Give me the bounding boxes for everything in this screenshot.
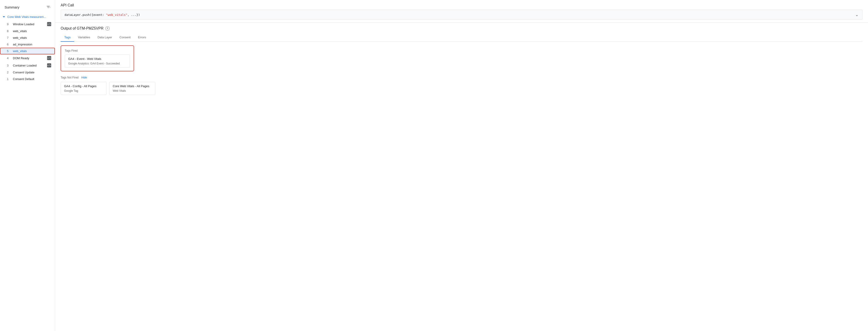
sidebar-header: Summary xyxy=(0,2,55,12)
api-call-header: API Call dataLayer.push({event: "web_vit… xyxy=(55,0,868,23)
tabs-bar: Tags Variables Data Layer Consent Errors xyxy=(61,33,863,42)
item-label-4: DOM Ready xyxy=(13,57,45,60)
output-title-text: Output of GTM-PMZ5VPR xyxy=(61,26,103,31)
tags-not-fired-label: Tags Not Fired xyxy=(61,76,79,79)
item-label-5: web_vitals xyxy=(13,49,51,53)
tag-fired-title-0: GA4 - Event - Web Vitals xyxy=(68,57,126,61)
sidebar: Summary Core Web Vitals measurem... 9 Wi… xyxy=(0,0,55,331)
not-fired-cards: GA4 - Config - All Pages Google Tag Core… xyxy=(61,82,863,95)
filter-icon xyxy=(46,5,50,9)
tag-icon-4: </> xyxy=(47,56,51,60)
output-title: Output of GTM-PMZ5VPR ? xyxy=(61,26,863,31)
item-label-8: web_vitals xyxy=(13,29,51,33)
not-fired-card-subtitle-0: Google Tag xyxy=(64,89,103,93)
item-label-1: Consent Default xyxy=(13,77,51,81)
tab-consent[interactable]: Consent xyxy=(116,33,134,42)
tab-data-layer[interactable]: Data Layer xyxy=(94,33,116,42)
svg-marker-3 xyxy=(50,7,50,8)
svg-rect-0 xyxy=(46,6,50,6)
sidebar-group-toggle[interactable]: Core Web Vitals measurem... xyxy=(0,13,55,21)
code-text: dataLayer.push({event: "web_vitals", ...… xyxy=(64,13,140,16)
sidebar-item-2[interactable]: 2 Consent Update xyxy=(0,69,55,76)
not-fired-card-title-0: GA4 - Config - All Pages xyxy=(64,85,103,88)
tags-fired-label: Tags Fired xyxy=(65,49,130,52)
not-fired-card-0[interactable]: GA4 - Config - All Pages Google Tag xyxy=(61,82,106,95)
sidebar-item-6[interactable]: 6 ad_impression xyxy=(0,41,55,48)
code-value: "web_vitals" xyxy=(106,13,127,16)
sidebar-group: Core Web Vitals measurem... 9 Window Loa… xyxy=(0,12,55,83)
tag-icon-9: </> xyxy=(47,22,51,26)
tag-icon-3: </> xyxy=(47,63,51,67)
item-num-2: 2 xyxy=(7,71,10,74)
sidebar-item-4[interactable]: 4 DOM Ready </> xyxy=(0,54,55,62)
help-icon[interactable]: ? xyxy=(105,26,110,31)
svg-rect-2 xyxy=(48,7,49,8)
sidebar-item-5[interactable]: 5 web_vitals xyxy=(0,48,55,54)
item-num-3: 3 xyxy=(7,64,10,67)
sidebar-item-7[interactable]: 7 web_vitals xyxy=(0,34,55,41)
item-num-5: 5 xyxy=(7,49,10,53)
chevron-down-icon xyxy=(3,16,5,18)
item-num-6: 6 xyxy=(7,43,10,46)
filter-button[interactable] xyxy=(45,4,51,10)
item-num-8: 8 xyxy=(7,29,10,33)
tab-tags[interactable]: Tags xyxy=(61,33,74,42)
item-num-7: 7 xyxy=(7,36,10,39)
tags-not-fired-header: Tags Not Fired Hide xyxy=(61,76,863,79)
item-num-4: 4 xyxy=(7,57,10,60)
not-fired-card-1[interactable]: Core Web Vitals - All Pages Web Vitals xyxy=(109,82,155,95)
output-section: Output of GTM-PMZ5VPR ? Tags Variables D… xyxy=(55,23,868,331)
code-prefix: dataLayer.push({event: xyxy=(64,13,106,16)
not-fired-card-subtitle-1: Web Vitals xyxy=(113,89,152,93)
tab-variables[interactable]: Variables xyxy=(74,33,94,42)
item-num-9: 9 xyxy=(7,23,10,26)
item-label-3: Container Loaded xyxy=(13,64,45,67)
tag-fired-subtitle-0: Google Analytics: GA4 Event - Succeeded xyxy=(68,62,126,65)
item-num-1: 1 xyxy=(7,77,10,81)
sidebar-item-1[interactable]: 1 Consent Default xyxy=(0,76,55,82)
sidebar-item-3[interactable]: 3 Container Loaded </> xyxy=(0,62,55,69)
not-fired-card-title-1: Core Web Vitals - All Pages xyxy=(113,85,152,88)
expand-icon[interactable]: ⌄ xyxy=(855,12,859,17)
tab-errors[interactable]: Errors xyxy=(134,33,150,42)
item-label-2: Consent Update xyxy=(13,71,51,74)
tag-fired-card-0[interactable]: GA4 - Event - Web Vitals Google Analytic… xyxy=(65,55,130,68)
sidebar-item-8[interactable]: 8 web_vitals xyxy=(0,28,55,34)
item-label-9: Window Loaded xyxy=(13,23,45,26)
svg-rect-1 xyxy=(47,7,50,7)
item-label-7: web_vitals xyxy=(13,36,51,39)
tags-fired-section: Tags Fired GA4 - Event - Web Vitals Goog… xyxy=(61,45,134,71)
main-content: API Call dataLayer.push({event: "web_vit… xyxy=(55,0,868,331)
sidebar-item-9[interactable]: 9 Window Loaded </> xyxy=(0,21,55,28)
hide-link[interactable]: Hide xyxy=(81,76,87,79)
item-label-6: ad_impression xyxy=(13,43,51,46)
code-suffix: , ...}) xyxy=(127,13,140,16)
sidebar-group-label: Core Web Vitals measurem... xyxy=(7,15,46,19)
api-call-title: API Call xyxy=(61,3,863,7)
code-block: dataLayer.push({event: "web_vitals", ...… xyxy=(61,10,863,20)
sidebar-title: Summary xyxy=(5,5,19,9)
